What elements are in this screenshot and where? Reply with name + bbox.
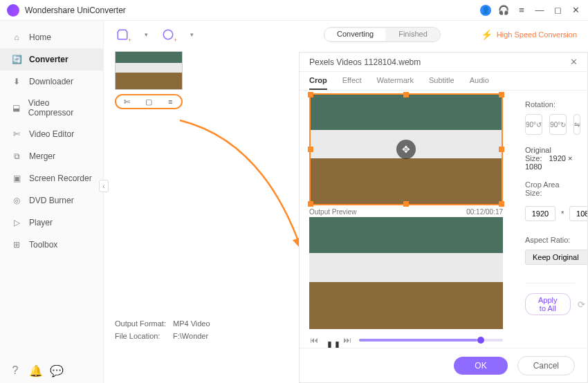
crop-handle[interactable] bbox=[403, 92, 409, 97]
avatar[interactable]: 👤 bbox=[480, 5, 491, 16]
scissors-icon: ✄ bbox=[11, 129, 22, 140]
seek-fill bbox=[359, 339, 477, 342]
output-preview-label: Output Preview bbox=[309, 208, 356, 216]
sidebar-item-label: Downloader bbox=[29, 77, 73, 86]
top-toolbar: +▾ +▾ Converting Finished ⚡ High Speed C… bbox=[104, 21, 588, 48]
file-location-label: File Location: bbox=[115, 332, 173, 340]
bottom-fields: Output Format:MP4 Video File Location:F:… bbox=[115, 319, 210, 344]
edit-filename: Pexels Videos 1128104.webm bbox=[309, 57, 421, 67]
sidebar-item-compressor[interactable]: ⬓Video Compressor bbox=[0, 93, 103, 123]
crop-height-input[interactable] bbox=[569, 206, 587, 221]
cancel-button[interactable]: Cancel bbox=[517, 356, 575, 375]
sidebar-item-label: Merger bbox=[29, 151, 55, 161]
sidebar-item-label: DVD Burner bbox=[29, 196, 74, 205]
sidebar-item-label: Converter bbox=[29, 55, 68, 64]
crop-separator: * bbox=[561, 209, 564, 218]
grid-icon: ⊞ bbox=[11, 239, 22, 250]
prev-button[interactable]: ⏮ bbox=[309, 335, 319, 345]
sidebar-item-converter[interactable]: 🔄Converter bbox=[0, 48, 103, 71]
trim-icon[interactable]: ✄ bbox=[122, 96, 133, 107]
sidebar-item-merger[interactable]: ⧉Merger bbox=[0, 145, 103, 167]
reset-icon[interactable]: ⟳ bbox=[578, 299, 585, 310]
sidebar-item-label: Video Compressor bbox=[28, 98, 92, 118]
chat-icon[interactable]: 💬 bbox=[51, 365, 62, 376]
bell-icon[interactable]: 🔔 bbox=[30, 365, 42, 376]
tab-finished[interactable]: Finished bbox=[386, 28, 440, 41]
record-icon: ▣ bbox=[11, 173, 22, 184]
merge-icon: ⧉ bbox=[11, 151, 22, 162]
content-area: +▾ +▾ Converting Finished ⚡ High Speed C… bbox=[104, 21, 588, 383]
help-icon[interactable]: ? bbox=[10, 365, 21, 376]
high-speed-toggle[interactable]: ⚡ High Speed Conversion bbox=[481, 29, 577, 40]
sidebar-item-label: Home bbox=[29, 32, 51, 42]
download-icon: ⬇ bbox=[11, 76, 22, 87]
crop-handle[interactable] bbox=[308, 92, 313, 97]
tab-crop[interactable]: Crop bbox=[309, 76, 327, 90]
video-thumbnail[interactable] bbox=[115, 51, 183, 90]
rotation-label: Rotation: bbox=[525, 100, 575, 109]
crop-handle[interactable] bbox=[499, 201, 504, 207]
settings-lines-icon[interactable]: ≡ bbox=[165, 96, 176, 107]
converter-icon: 🔄 bbox=[11, 54, 22, 65]
playback-time: 00:12/00:17 bbox=[466, 208, 503, 216]
headset-icon[interactable]: 🎧 bbox=[498, 5, 509, 16]
crop-handle[interactable] bbox=[308, 201, 313, 207]
tab-watermark[interactable]: Watermark bbox=[377, 76, 414, 90]
callout-arrow bbox=[159, 113, 311, 252]
add-url-button[interactable]: + bbox=[160, 27, 176, 42]
sidebar-item-dvd[interactable]: ◎DVD Burner bbox=[0, 189, 103, 212]
seek-thumb[interactable] bbox=[477, 337, 484, 344]
crop-size-label: Crop Area Size: bbox=[525, 180, 575, 197]
add-file-button[interactable]: + bbox=[115, 27, 130, 42]
maximize-icon[interactable]: ◻ bbox=[552, 5, 563, 16]
seek-track[interactable] bbox=[359, 339, 503, 342]
output-format-value[interactable]: MP4 Video bbox=[173, 319, 210, 328]
ok-button[interactable]: OK bbox=[454, 357, 507, 375]
play-icon: ▷ bbox=[11, 217, 22, 228]
sidebar-item-home[interactable]: ⌂Home bbox=[0, 26, 103, 48]
status-segment: Converting Finished bbox=[324, 27, 441, 42]
app-logo bbox=[7, 4, 19, 17]
edit-tabs: Crop Effect Watermark Subtitle Audio bbox=[300, 72, 587, 91]
tab-audio[interactable]: Audio bbox=[470, 76, 489, 90]
crop-handle[interactable] bbox=[308, 147, 313, 152]
home-icon: ⌂ bbox=[11, 32, 22, 43]
crop-handle[interactable] bbox=[499, 147, 504, 152]
crop-icon[interactable]: ▢ bbox=[143, 96, 154, 107]
rotate-ccw-button[interactable]: 90°↺ bbox=[525, 114, 542, 135]
sidebar-item-toolbox[interactable]: ⊞Toolbox bbox=[0, 234, 103, 256]
crop-handle[interactable] bbox=[403, 201, 409, 207]
sidebar-item-recorder[interactable]: ▣Screen Recorder bbox=[0, 167, 103, 189]
edit-panel: Pexels Videos 1128104.webm ✕ Crop Effect… bbox=[299, 52, 588, 383]
output-format-label: Output Format: bbox=[115, 319, 173, 328]
flip-horizontal-button[interactable]: ⇋ bbox=[573, 114, 580, 135]
sidebar-item-downloader[interactable]: ⬇Downloader bbox=[0, 71, 103, 93]
hamburger-icon[interactable]: ≡ bbox=[516, 5, 527, 16]
original-size-label: Original Size: bbox=[525, 146, 551, 162]
crop-frame[interactable]: ✥ bbox=[309, 93, 503, 205]
hsc-label: High Speed Conversion bbox=[497, 30, 577, 39]
rotate-cw-button[interactable]: 90°↻ bbox=[549, 114, 567, 135]
compress-icon: ⬓ bbox=[11, 102, 21, 113]
tab-effect[interactable]: Effect bbox=[342, 76, 362, 90]
minimize-icon[interactable]: — bbox=[534, 5, 545, 16]
chevron-down-icon[interactable]: ▾ bbox=[190, 31, 194, 38]
crop-handle[interactable] bbox=[499, 92, 504, 97]
app-title: Wondershare UniConverter bbox=[25, 6, 480, 15]
sidebar-item-player[interactable]: ▷Player bbox=[0, 212, 103, 234]
tab-subtitle[interactable]: Subtitle bbox=[429, 76, 454, 90]
chevron-down-icon[interactable]: ▾ bbox=[145, 31, 148, 38]
sidebar-item-editor[interactable]: ✄Video Editor bbox=[0, 123, 103, 145]
crop-width-input[interactable] bbox=[525, 206, 555, 221]
close-icon[interactable]: ✕ bbox=[570, 5, 581, 16]
close-icon[interactable]: ✕ bbox=[570, 57, 578, 67]
aspect-ratio-select[interactable]: Keep Original bbox=[525, 250, 587, 265]
titlebar: Wondershare UniConverter 👤 🎧 ≡ — ◻ ✕ bbox=[0, 0, 588, 21]
file-location-value[interactable]: F:\Wonder bbox=[173, 332, 208, 340]
next-button[interactable]: ⏭ bbox=[342, 335, 352, 345]
tab-converting[interactable]: Converting bbox=[324, 28, 386, 41]
move-icon[interactable]: ✥ bbox=[396, 140, 416, 159]
apply-to-all-button[interactable]: Apply to All bbox=[525, 293, 571, 315]
bolt-icon: ⚡ bbox=[481, 29, 493, 40]
output-preview bbox=[309, 217, 503, 329]
